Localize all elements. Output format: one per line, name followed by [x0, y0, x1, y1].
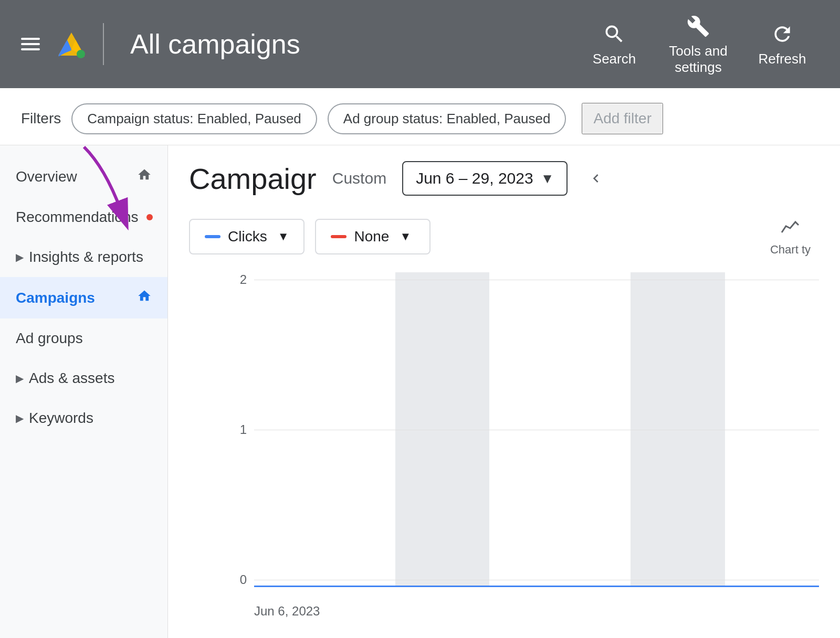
sidebar-item-label: Campaigns [16, 290, 95, 306]
custom-label: Custom [332, 169, 386, 187]
expand-arrow-icon: ▶ [16, 412, 24, 424]
clicks-metric-button[interactable]: Clicks ▼ [189, 219, 304, 254]
sidebar-item-ad-groups[interactable]: Ad groups [0, 318, 167, 358]
sidebar-item-overview[interactable]: Overview [0, 156, 167, 197]
add-filter-button[interactable]: Add filter [582, 103, 663, 134]
none-label: None [354, 228, 389, 245]
header-actions: Search Tools andsettings Refresh [578, 13, 819, 76]
grid-horizontal-line [254, 430, 819, 430]
sidebar-item-label: Keywords [29, 410, 93, 427]
content-area: Campaigr Custom Jun 6 – 29, 2023 ▼ Click… [168, 145, 840, 638]
sidebar-item-label: Ad groups [16, 330, 83, 347]
refresh-button[interactable]: Refresh [746, 20, 819, 67]
campaigns-home-icon [137, 289, 152, 307]
search-icon [603, 23, 626, 46]
sidebar-item-label: Insights & reports [29, 249, 143, 265]
chevron-left-icon [587, 170, 604, 187]
date-range-chevron-icon: ▼ [541, 171, 554, 187]
y-axis-label-1: 1 [220, 422, 247, 437]
sidebar-item-keywords[interactable]: ▶ Keywords [0, 398, 167, 438]
line-chart-icon [780, 217, 801, 240]
chart-area: 2 1 0 Jun 6, 2023 [189, 272, 819, 629]
tools-settings-button[interactable]: Tools andsettings [662, 13, 735, 76]
filters-label: Filters [21, 110, 61, 127]
chart-grid: 2 1 0 [220, 272, 819, 587]
grid-line-1: 1 [220, 422, 819, 437]
date-range-value: Jun 6 – 29, 2023 [416, 169, 533, 187]
sidebar-item-insights-reports[interactable]: ▶ Insights & reports [0, 237, 167, 277]
x-axis-label: Jun 6, 2023 [254, 604, 320, 619]
y-axis-label-2: 2 [220, 272, 247, 287]
refresh-icon [771, 23, 794, 46]
chart-type-button[interactable]: Chart ty [762, 211, 819, 262]
ad-group-status-filter[interactable]: Ad group status: Enabled, Paused [328, 103, 566, 134]
grid-line-2: 2 [220, 272, 819, 287]
overview-home-icon [137, 167, 152, 186]
grid-line-0: 0 [220, 572, 819, 587]
y-axis-label-0: 0 [220, 572, 247, 587]
sidebar-item-ads-assets[interactable]: ▶ Ads & assets [0, 358, 167, 398]
none-chevron-icon: ▼ [400, 230, 411, 243]
date-range-button[interactable]: Jun 6 – 29, 2023 ▼ [402, 161, 568, 196]
main-layout: Overview Recommendations ▶ Insights & re… [0, 145, 840, 638]
refresh-label: Refresh [758, 51, 806, 67]
header-divider [103, 23, 104, 65]
svg-point-7 [77, 50, 85, 58]
menu-button[interactable] [21, 38, 40, 50]
sidebar-item-recommendations[interactable]: Recommendations [0, 197, 167, 237]
sidebar-item-label: Overview [16, 168, 77, 185]
sidebar: Overview Recommendations ▶ Insights & re… [0, 145, 168, 638]
grid-horizontal-line [254, 580, 819, 580]
header: All campaigns Search Tools andsettings [0, 0, 840, 88]
search-button[interactable]: Search [578, 20, 651, 67]
data-line-clicks [254, 586, 819, 587]
tools-label: Tools andsettings [669, 43, 727, 76]
content-header: Campaigr Custom Jun 6 – 29, 2023 ▼ [189, 161, 819, 196]
sidebar-item-campaigns[interactable]: Campaigns [0, 277, 167, 318]
clicks-chevron-icon: ▼ [278, 230, 289, 243]
search-label: Search [593, 51, 636, 67]
collapse-button[interactable] [583, 166, 608, 191]
notification-dot [146, 214, 153, 220]
expand-arrow-icon: ▶ [16, 372, 24, 385]
content-title: Campaigr [189, 162, 317, 196]
grid-horizontal-line [254, 280, 819, 280]
expand-arrow-icon: ▶ [16, 251, 24, 263]
filter-bar: Filters Campaign status: Enabled, Paused… [0, 88, 840, 145]
chart-type-label: Chart ty [770, 243, 811, 257]
none-metric-button[interactable]: None ▼ [315, 219, 430, 254]
sidebar-item-label: Recommendations [16, 209, 138, 226]
tools-icon [687, 15, 710, 38]
chart-controls: Clicks ▼ None ▼ Chart ty [189, 211, 819, 262]
sidebar-item-label: Ads & assets [29, 370, 114, 387]
google-ads-logo [56, 28, 87, 60]
clicks-indicator [205, 235, 220, 238]
page-title: All campaigns [130, 28, 300, 60]
campaign-status-filter[interactable]: Campaign status: Enabled, Paused [71, 103, 317, 134]
none-indicator [331, 235, 346, 238]
clicks-label: Clicks [228, 228, 267, 245]
